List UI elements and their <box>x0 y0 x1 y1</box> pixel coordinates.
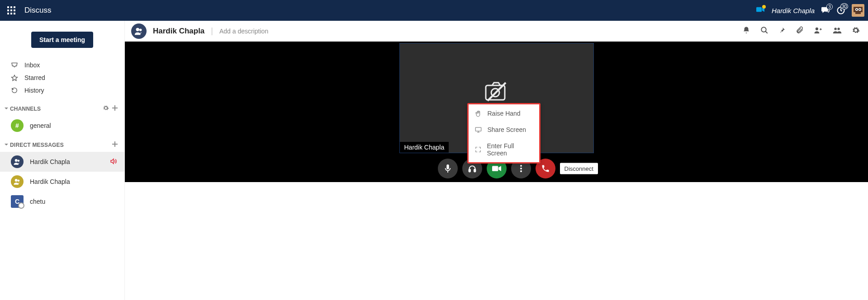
svg-point-16 <box>859 9 860 10</box>
user-avatar-letter: C <box>11 195 24 208</box>
add-user-icon[interactable] <box>812 24 825 38</box>
svg-point-23 <box>139 28 142 31</box>
video-context-menu: Raise Hand Share Screen Enter Full Scree… <box>467 103 541 164</box>
svg-point-18 <box>15 159 18 162</box>
dm-item-3-label: chetu <box>30 198 45 205</box>
sidebar-item-starred[interactable]: Starred <box>11 71 124 84</box>
username-label: Hardik Chapla <box>772 7 815 14</box>
svg-rect-33 <box>474 169 475 172</box>
svg-rect-30 <box>475 127 481 131</box>
monitor-icon <box>475 127 482 133</box>
svg-rect-9 <box>756 7 762 12</box>
channel-general-label: general <box>30 122 51 129</box>
hash-icon: # <box>11 119 24 132</box>
video-area: Hardik Chapla Raise Hand Share Screen En… <box>125 42 868 182</box>
channels-header[interactable]: CHANNELS <box>0 99 124 116</box>
inbox-icon <box>11 62 18 68</box>
svg-point-20 <box>15 179 18 182</box>
avatar[interactable] <box>852 4 864 17</box>
activity-badge: 30 <box>840 3 848 9</box>
hand-icon <box>475 110 482 117</box>
svg-point-36 <box>520 168 522 169</box>
chevron-down-icon <box>4 105 10 113</box>
menu-raise-hand[interactable]: Raise Hand <box>469 105 539 122</box>
svg-rect-0 <box>7 6 9 8</box>
chat-header: Hardik Chapla | Add a description <box>125 21 868 42</box>
chevron-down-icon <box>4 141 10 149</box>
gear-icon[interactable] <box>850 24 862 38</box>
svg-point-15 <box>856 9 857 10</box>
starred-label: Starred <box>24 74 45 81</box>
menu-raise-hand-label: Raise Hand <box>488 110 521 117</box>
svg-point-22 <box>136 28 139 31</box>
chat-icon[interactable]: 3 <box>821 6 830 14</box>
svg-rect-5 <box>14 9 15 11</box>
add-description-link[interactable]: Add a description <box>219 28 268 35</box>
inbox-label: Inbox <box>24 61 40 69</box>
start-meeting-button[interactable]: Start a meeting <box>31 32 93 48</box>
svg-point-26 <box>834 28 836 30</box>
svg-rect-4 <box>10 9 12 11</box>
activity-icon[interactable]: 30 <box>836 6 845 15</box>
dm-item-3[interactable]: C chetu <box>0 192 124 211</box>
svg-point-27 <box>837 28 840 30</box>
menu-share-screen[interactable]: Share Screen <box>469 122 539 138</box>
app-title: Discuss <box>24 6 52 15</box>
svg-point-35 <box>520 165 522 167</box>
svg-point-19 <box>18 160 20 162</box>
attachment-icon[interactable] <box>794 24 806 38</box>
svg-rect-1 <box>10 6 12 8</box>
chat-title: Hardik Chapla <box>153 27 204 36</box>
dm-item-1-label: Hardik Chapla <box>30 158 70 165</box>
search-icon[interactable] <box>759 24 770 38</box>
bell-icon[interactable] <box>740 24 752 38</box>
dm-header[interactable]: DIRECT MESSAGES <box>0 136 124 152</box>
user-avatar-icon <box>11 175 24 188</box>
svg-rect-8 <box>14 13 15 14</box>
mute-button[interactable] <box>438 159 458 178</box>
channel-general[interactable]: # general <box>0 116 124 136</box>
svg-rect-2 <box>14 6 15 8</box>
history-icon <box>11 87 18 94</box>
dm-label: DIRECT MESSAGES <box>10 142 112 148</box>
dm-item-2-label: Hardik Chapla <box>30 178 70 185</box>
sidebar-item-inbox[interactable]: Inbox <box>11 59 124 71</box>
user-avatar-icon <box>11 155 24 168</box>
volume-icon <box>110 158 117 166</box>
svg-rect-6 <box>7 13 9 14</box>
svg-point-21 <box>18 180 20 182</box>
svg-rect-7 <box>10 13 12 14</box>
dm-item-1[interactable]: Hardik Chapla <box>0 152 124 172</box>
pin-icon[interactable] <box>777 24 787 38</box>
svg-rect-34 <box>492 166 498 171</box>
gear-icon[interactable] <box>103 105 109 113</box>
camera-off-icon <box>483 80 510 105</box>
disconnect-tooltip: Disconnect <box>560 163 598 174</box>
chat-avatar-icon <box>131 23 147 39</box>
menu-fullscreen[interactable]: Enter Full Screen <box>469 138 539 161</box>
svg-point-37 <box>520 170 522 172</box>
apps-icon[interactable] <box>7 6 15 14</box>
plus-icon[interactable] <box>112 141 118 149</box>
divider: | <box>211 26 213 36</box>
fullscreen-icon <box>475 146 482 153</box>
chat-badge: 3 <box>826 4 833 10</box>
menu-fullscreen-label: Enter Full Screen <box>487 142 532 157</box>
sidebar-item-history[interactable]: History <box>11 84 124 97</box>
svg-rect-3 <box>7 9 9 11</box>
svg-rect-17 <box>855 12 861 14</box>
sidebar: Start a meeting Inbox Starred History CH… <box>0 21 125 300</box>
channels-label: CHANNELS <box>10 106 103 112</box>
tile-name-label: Hardik Chapla <box>400 142 449 153</box>
svg-rect-32 <box>469 169 470 172</box>
members-icon[interactable] <box>831 24 844 38</box>
svg-rect-31 <box>446 164 449 169</box>
menu-share-screen-label: Share Screen <box>488 126 526 133</box>
svg-point-25 <box>816 27 818 30</box>
dm-item-2[interactable]: Hardik Chapla <box>0 172 124 192</box>
video-status-icon[interactable] <box>756 6 764 14</box>
history-label: History <box>24 87 44 94</box>
chat-body <box>125 182 868 300</box>
plus-icon[interactable] <box>112 105 118 113</box>
star-icon <box>11 75 18 81</box>
